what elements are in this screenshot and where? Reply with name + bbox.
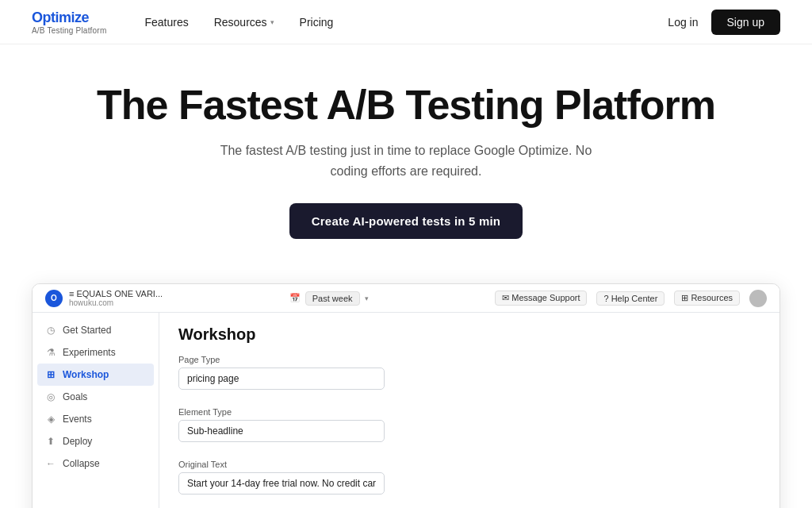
- workshop-icon: ⊞: [45, 369, 56, 380]
- topbar-period[interactable]: Past week: [305, 291, 360, 306]
- app-topbar: O ≡ EQUALS ONE VARI... howuku.com 📅 Past…: [33, 284, 779, 313]
- get-started-icon: ◷: [45, 325, 56, 336]
- element-type-label: Element Type: [178, 407, 760, 417]
- nav-pricing[interactable]: Pricing: [300, 16, 334, 29]
- original-text-section: Original Text: [178, 460, 760, 504]
- topbar-right: ✉ Message Support ? Help Center ⊞ Resour…: [495, 290, 767, 307]
- chevron-down-icon: ▾: [365, 294, 369, 302]
- topbar-site-name: ≡ EQUALS ONE VARI...: [69, 289, 163, 298]
- hero-title: The Fastest A/B Testing Platform: [32, 83, 780, 128]
- hero-section: The Fastest A/B Testing Platform The fas…: [0, 44, 812, 264]
- navbar: Optimize A/B Testing Platform Features R…: [0, 0, 812, 44]
- page-type-input[interactable]: [178, 368, 385, 390]
- app-logo-dot: O: [45, 290, 63, 307]
- sidebar-item-goals[interactable]: ◎ Goals: [33, 386, 159, 408]
- nav-actions: Log in Sign up: [668, 10, 780, 35]
- app-sidebar: ◷ Get Started ⚗ Experiments ⊞ Workshop ◎…: [33, 313, 159, 508]
- cta-button[interactable]: Create AI-powered tests in 5 min: [289, 203, 523, 239]
- login-button[interactable]: Log in: [668, 16, 698, 29]
- app-main: Workshop Page Type Element Type Original…: [159, 313, 779, 508]
- events-icon: ◈: [45, 414, 56, 425]
- page-type-label: Page Type: [178, 355, 760, 364]
- sidebar-item-events[interactable]: ◈ Events: [33, 408, 159, 430]
- message-support-button[interactable]: ✉ Message Support: [495, 291, 587, 306]
- original-text-label: Original Text: [178, 460, 760, 469]
- signup-button[interactable]: Sign up: [711, 10, 780, 35]
- logo-title: Optimize: [32, 10, 106, 26]
- deploy-icon: ⬆: [45, 436, 56, 447]
- logo[interactable]: Optimize A/B Testing Platform: [32, 10, 106, 35]
- experiments-icon: ⚗: [45, 347, 56, 358]
- sidebar-item-deploy[interactable]: ⬆ Deploy: [33, 430, 159, 452]
- hero-subtitle: The fastest A/B testing just in time to …: [208, 140, 604, 181]
- goals-icon: ◎: [45, 391, 56, 402]
- logo-subtitle: A/B Testing Platform: [32, 26, 106, 35]
- chevron-down-icon: ▾: [270, 18, 274, 26]
- topbar-site-info: ≡ EQUALS ONE VARI... howuku.com: [69, 289, 163, 307]
- avatar[interactable]: [749, 290, 767, 307]
- element-type-section: Element Type: [178, 407, 760, 452]
- workshop-title: Workshop: [178, 325, 760, 344]
- page-type-section: Page Type: [178, 355, 760, 399]
- sidebar-item-collapse[interactable]: ← Collapse: [33, 452, 159, 475]
- sidebar-item-get-started[interactable]: ◷ Get Started: [33, 319, 159, 341]
- nav-resources[interactable]: Resources ▾: [214, 16, 274, 29]
- app-screenshot: O ≡ EQUALS ONE VARI... howuku.com 📅 Past…: [32, 283, 780, 508]
- help-center-button[interactable]: ? Help Center: [596, 291, 665, 306]
- collapse-icon: ←: [45, 458, 56, 469]
- resources-button[interactable]: ⊞ Resources: [674, 291, 740, 306]
- nav-features[interactable]: Features: [144, 16, 188, 29]
- calendar-icon: 📅: [289, 293, 301, 303]
- original-text-input[interactable]: [178, 472, 385, 495]
- topbar-center: 📅 Past week ▾: [289, 291, 369, 306]
- topbar-site-url: howuku.com: [69, 298, 163, 307]
- sidebar-item-experiments[interactable]: ⚗ Experiments: [33, 341, 159, 364]
- topbar-left: O ≡ EQUALS ONE VARI... howuku.com: [45, 289, 163, 307]
- element-type-input[interactable]: [178, 420, 385, 442]
- sidebar-item-workshop[interactable]: ⊞ Workshop: [37, 364, 154, 386]
- nav-links: Features Resources ▾ Pricing: [144, 16, 668, 29]
- app-body: ◷ Get Started ⚗ Experiments ⊞ Workshop ◎…: [33, 313, 779, 508]
